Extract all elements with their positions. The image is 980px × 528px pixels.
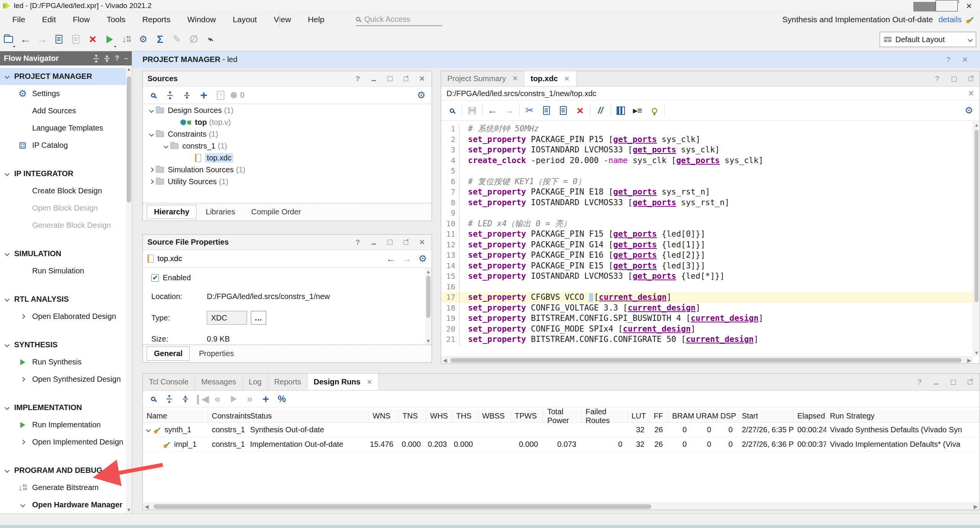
flow-item-run-synthesis[interactable]: Run Synthesis — [0, 353, 126, 371]
menu-help[interactable]: Help — [299, 12, 333, 27]
tab-log[interactable]: Log — [243, 373, 268, 390]
tab-libraries[interactable]: Libraries — [199, 205, 242, 219]
maximize-panel-icon[interactable] — [948, 380, 958, 385]
code-line[interactable]: 10# LED x4（输出 0 = 亮） — [441, 219, 973, 229]
run-button[interactable] — [101, 31, 118, 48]
table-row-synth-1[interactable]: ✔synth_1constrs_1Synthesis Out-of-date32… — [143, 423, 980, 437]
sources-settings-button[interactable]: ⚙ — [414, 88, 429, 103]
save-button[interactable] — [465, 103, 480, 118]
editor-vertical-scrollbar[interactable]: ▲ ▼ — [973, 121, 980, 356]
tab-messages[interactable]: Messages — [195, 373, 242, 390]
flow-item-generate-block-design[interactable]: Generate Block Design — [0, 217, 126, 234]
flow-item-open-synthesized-design[interactable]: Open Synthesized Design — [0, 371, 126, 388]
paste-button[interactable] — [556, 103, 571, 118]
column-header-bram[interactable]: BRAM — [668, 410, 692, 422]
code-line[interactable]: 1# 系统时钟 50MHz — [441, 124, 973, 134]
code-line[interactable]: 4create_clock -period 20.000 -name sys_c… — [441, 155, 973, 166]
column-header-dsp[interactable]: DSP — [717, 410, 738, 422]
restore-button[interactable] — [936, 0, 958, 11]
indent-button[interactable]: ▸≡ — [630, 103, 645, 118]
tree-item-top[interactable]: top(top.v) — [143, 116, 432, 128]
menu-file[interactable]: File — [4, 12, 34, 27]
delete-button[interactable]: × — [84, 31, 101, 48]
enabled-checkbox[interactable]: ✔ — [151, 274, 159, 282]
open-project-button[interactable] — [0, 31, 17, 48]
probe-button[interactable]: ⌁ — [202, 31, 219, 48]
column-header-lut[interactable]: LUT — [628, 410, 650, 422]
expand-all-button[interactable]: ▲▼ — [180, 88, 194, 103]
close-icon[interactable]: ✕ — [417, 238, 427, 247]
back-icon[interactable]: ← — [386, 253, 396, 264]
help-icon[interactable]: ? — [353, 238, 363, 247]
code-line[interactable]: 2set_property PACKAGE_PIN P15 [get_ports… — [441, 134, 973, 145]
column-header-constraints[interactable]: Constraints — [208, 410, 246, 422]
code-line[interactable]: 21set_property BITSTREAM.CONFIG.CONFIGRA… — [441, 334, 973, 345]
menu-flow[interactable]: Flow — [64, 12, 98, 27]
close-icon[interactable]: ✕ — [366, 378, 372, 386]
code-line[interactable]: 3set_property IOSTANDARD LVCMOS33 [get_p… — [441, 145, 973, 155]
flow-item-run-simulation[interactable]: Run Simulation — [0, 262, 126, 280]
language-assist-button[interactable] — [647, 103, 662, 118]
code-line[interactable]: 17set_property CFGBVS VCCO [current_desi… — [441, 292, 973, 303]
close-icon[interactable]: ✕ — [417, 74, 427, 83]
cut-button[interactable]: ✂ — [522, 103, 537, 118]
flow-item-open-implemented-design[interactable]: Open Implemented Design — [0, 433, 126, 451]
scrollbar-thumb[interactable] — [127, 76, 131, 203]
percent-button[interactable]: % — [275, 392, 289, 406]
flow-item-run-implementation[interactable]: Run Implementation — [0, 416, 126, 433]
help-doc-button[interactable]: ? — [213, 88, 228, 103]
generate-bitstream-toolbar-button[interactable]: ↓0110 — [118, 31, 135, 48]
gear-icon[interactable]: ⚙ — [419, 253, 427, 264]
copy-button[interactable] — [539, 103, 554, 118]
column-header-tns[interactable]: TNS — [399, 410, 426, 422]
next-button[interactable]: » — [242, 392, 257, 406]
float-panel-icon[interactable] — [966, 77, 976, 81]
close-icon[interactable]: ✕ — [564, 75, 570, 83]
reset-runs-button[interactable]: ❙◀ — [194, 392, 209, 406]
flow-item-generate-bitstream[interactable]: ↓0110Generate Bitstream — [0, 479, 126, 496]
close-icon[interactable]: ✕ — [512, 74, 518, 83]
minimize-button[interactable] — [913, 0, 936, 11]
minimize-panel-icon[interactable] — [369, 76, 379, 81]
copy-button[interactable] — [51, 31, 67, 48]
paste-button[interactable] — [67, 31, 84, 48]
quick-access-search[interactable]: Quick Access — [356, 13, 442, 26]
maximize-panel-icon[interactable] — [385, 76, 395, 81]
type-field[interactable]: XDC — [207, 311, 247, 325]
flow-item-open-hardware-manager[interactable]: Open Hardware Manager — [0, 496, 126, 513]
chevron-down-icon[interactable] — [164, 144, 169, 149]
code-line[interactable]: 5 — [441, 166, 973, 177]
code-editor[interactable]: 1# 系统时钟 50MHz2set_property PACKAGE_PIN P… — [441, 121, 973, 356]
close-icon[interactable]: ✕ — [968, 89, 974, 98]
toggle-columns-button[interactable] — [613, 103, 628, 118]
flow-item-open-block-design[interactable]: Open Block Design — [0, 199, 126, 217]
tree-item-constrs-1[interactable]: constrs_1(1) — [143, 140, 432, 152]
minimize-panel-icon[interactable] — [931, 380, 941, 385]
code-line[interactable]: 19set_property BITSTREAM.CONFIG.SPI_BUSW… — [441, 313, 973, 324]
collapse-all-button[interactable]: ▼▲ — [163, 88, 177, 103]
toggle-comment-button[interactable]: // — [593, 103, 608, 118]
column-header-total_power[interactable]: Total Power — [543, 410, 582, 422]
flow-section-ip-integrator[interactable]: IP INTEGRATOR — [0, 165, 126, 182]
details-link[interactable]: details — [938, 15, 962, 24]
maximize-panel-icon[interactable] — [385, 240, 395, 245]
tab-reports[interactable]: Reports — [268, 373, 308, 390]
tab-general[interactable]: General — [147, 347, 190, 361]
code-line[interactable]: 12set_property PACKAGE_PIN G14 [get_port… — [441, 240, 973, 250]
flow-section-simulation[interactable]: SIMULATION — [0, 245, 126, 262]
column-header-uram[interactable]: URAM — [692, 410, 717, 422]
help-icon[interactable]: ? — [353, 75, 363, 83]
help-icon[interactable]: ? — [915, 378, 924, 386]
code-line[interactable]: 8set_property IOSTANDARD LVCMOS33 [get_p… — [441, 198, 973, 208]
type-more-button[interactable]: ... — [251, 311, 266, 325]
tree-item-utility-sources[interactable]: Utility Sources(1) — [143, 176, 432, 188]
tab-hierarchy[interactable]: Hierarchy — [147, 205, 196, 219]
menu-window[interactable]: Window — [179, 12, 224, 27]
tab-design-runs[interactable]: Design Runs✕ — [308, 373, 379, 390]
code-line[interactable]: 13set_property PACKAGE_PIN E16 [get_port… — [441, 250, 973, 261]
tree-item-design-sources[interactable]: Design Sources(1) — [143, 105, 432, 116]
column-header-failed_routes[interactable]: Failed Routes — [582, 410, 628, 422]
redo-button[interactable]: → — [34, 31, 51, 48]
tab-tcl-console[interactable]: Tcl Console — [143, 373, 195, 390]
flow-section-program-and-debug[interactable]: PROGRAM AND DEBUG — [0, 462, 126, 479]
